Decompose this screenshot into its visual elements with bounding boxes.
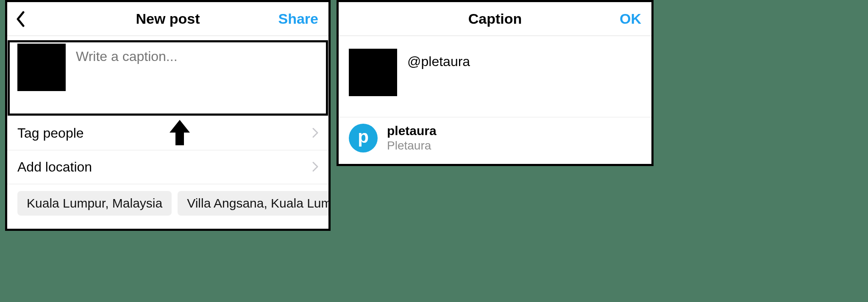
caption-input[interactable] (75, 44, 318, 65)
caption-screen: Caption OK p pletaura Pletaura (337, 0, 654, 166)
new-post-screen: New post Share Tag people Add location (5, 0, 331, 231)
location-suggestions: Kuala Lumpur, Malaysia Villa Angsana, Ku… (7, 184, 328, 216)
mention-suggestion[interactable]: p pletaura Pletaura (339, 117, 651, 159)
share-button[interactable]: Share (278, 2, 319, 36)
caption-header: Caption OK (339, 2, 651, 36)
avatar-letter: p (358, 128, 369, 146)
caption-row[interactable] (7, 36, 328, 116)
page-title: Caption (468, 11, 522, 27)
ok-button[interactable]: OK (620, 2, 641, 36)
caption-input[interactable] (406, 49, 641, 70)
caption-edit-row[interactable] (339, 36, 651, 117)
suggestion-text: pletaura Pletaura (387, 123, 437, 153)
row-label: Add location (17, 159, 92, 175)
add-location-row[interactable]: Add location (7, 150, 328, 184)
suggestion-displayname: Pletaura (387, 139, 437, 153)
suggestion-username: pletaura (387, 123, 437, 139)
location-chip[interactable]: Kuala Lumpur, Malaysia (17, 191, 172, 216)
location-chip[interactable]: Villa Angsana, Kuala Lumpur (178, 191, 328, 216)
post-thumbnail[interactable] (349, 49, 397, 96)
chevron-right-icon (312, 159, 318, 175)
avatar: p (349, 124, 378, 152)
new-post-header: New post Share (7, 2, 328, 36)
post-thumbnail[interactable] (17, 44, 66, 91)
back-button[interactable] (16, 2, 25, 36)
chevron-left-icon (16, 11, 25, 27)
tag-people-row[interactable]: Tag people (7, 116, 328, 150)
page-title: New post (136, 11, 200, 27)
row-label: Tag people (17, 125, 84, 141)
chevron-right-icon (312, 125, 318, 141)
